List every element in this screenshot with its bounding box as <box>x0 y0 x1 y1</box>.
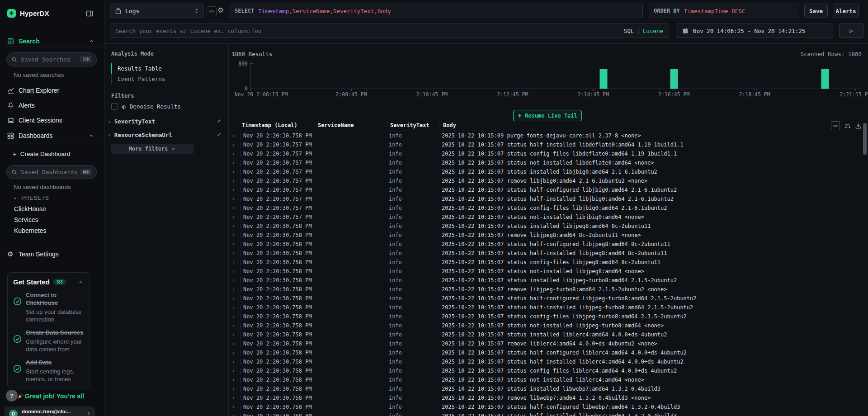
denoise-results-toggle[interactable]: ◐ Denoise Results <box>111 103 181 110</box>
column-header-severitytext[interactable]: SeverityText <box>390 122 429 128</box>
table-row[interactable]: ›Nov 20 2:20:30.757 PMinfo2025-10-22 10:… <box>230 185 862 194</box>
expand-row-icon[interactable]: › <box>230 259 238 265</box>
save-button[interactable]: Save <box>804 4 828 18</box>
expand-row-icon[interactable]: › <box>230 214 238 220</box>
column-config-icon[interactable]: <> <box>831 121 840 130</box>
expand-row-icon[interactable]: › <box>230 187 238 193</box>
analysis-mode-event-patterns[interactable]: Event Patterns <box>111 74 165 84</box>
wrap-lines-icon[interactable] <box>844 123 851 129</box>
expand-row-icon[interactable]: › <box>230 377 238 383</box>
user-menu[interactable]: D dominic.tran@clic... dominic.tran@clic… <box>5 407 95 416</box>
table-row[interactable]: ›Nov 20 2:20:30.757 PMinfo2025-10-22 10:… <box>230 213 862 222</box>
brand[interactable]: HyperDX <box>7 9 49 18</box>
create-dashboard-button[interactable]: + Create Dashboard <box>13 150 70 158</box>
chevron-up-icon[interactable] <box>89 38 94 44</box>
sql-mode-label[interactable]: SQL <box>624 28 634 34</box>
table-row[interactable]: ›Nov 20 2:20:30.758 PMinfo2025-10-22 10:… <box>230 393 862 402</box>
histogram-bar[interactable] <box>821 69 829 89</box>
table-row[interactable]: ›Nov 20 2:20:30.758 PMinfo2025-10-22 10:… <box>230 411 862 416</box>
filter-group-resourceschemaurl[interactable]: › ResourceSchemaUrl <box>108 129 222 140</box>
table-row[interactable]: ›Nov 20 2:20:30.757 PMinfo2025-10-22 10:… <box>230 140 862 149</box>
sidebar-item-team-settings[interactable]: ⚙ Team Settings <box>0 249 104 259</box>
table-row[interactable]: ›Nov 20 2:20:30.758 PMinfo2025-10-22 10:… <box>230 222 862 231</box>
expand-row-icon[interactable]: › <box>230 142 238 148</box>
expand-row-icon[interactable]: › <box>230 196 238 202</box>
presets-header[interactable]: PRESETS <box>13 195 49 201</box>
results-histogram[interactable]: Nov 20 2:06:15 PM2:08:45 PM2:10:45 PM2:1… <box>250 63 862 89</box>
chevron-up-icon[interactable] <box>89 133 94 138</box>
expand-row-icon[interactable]: › <box>230 331 238 338</box>
expand-row-icon[interactable]: › <box>230 313 238 320</box>
expand-row-icon[interactable]: › <box>230 132 238 139</box>
get-started-item[interactable]: Add DataStart sending logs, metrics, or … <box>13 359 84 383</box>
expand-row-icon[interactable]: › <box>230 178 238 184</box>
table-row[interactable]: ›Nov 20 2:20:30.758 PMinfo2025-10-22 10:… <box>230 384 862 393</box>
expand-row-icon[interactable]: › <box>230 322 238 329</box>
source-select[interactable]: Logs <box>110 4 203 18</box>
table-row[interactable]: ›Nov 20 2:20:30.758 PMinfo2025-10-22 10:… <box>230 258 862 267</box>
histogram-bar[interactable] <box>670 69 678 89</box>
order-by-input[interactable]: ORDER BY TimestampTime DESC <box>649 4 799 18</box>
denoise-checkbox[interactable] <box>111 103 118 110</box>
table-row[interactable]: ›Nov 20 2:20:30.758 PMinfo2025-10-22 10:… <box>230 366 862 375</box>
expand-row-icon[interactable]: › <box>230 286 238 293</box>
expand-row-icon[interactable]: › <box>230 304 238 311</box>
help-button[interactable]: ? <box>6 390 18 402</box>
column-header-body[interactable]: Body <box>443 122 456 128</box>
expand-row-icon[interactable]: › <box>230 223 238 229</box>
table-row[interactable]: ›Nov 20 2:20:30.758 PMinfo2025-10-22 10:… <box>230 267 862 276</box>
analysis-mode-results-table[interactable]: Results Table <box>111 63 165 74</box>
expand-row-icon[interactable]: › <box>230 241 238 247</box>
sql-editor-toggle-button[interactable]: <> <box>207 6 217 16</box>
download-icon[interactable] <box>855 123 862 129</box>
expand-row-icon[interactable]: › <box>230 359 238 365</box>
expand-row-icon[interactable]: › <box>230 232 238 238</box>
expand-row-icon[interactable]: › <box>230 151 238 157</box>
table-row[interactable]: ›Nov 20 2:20:30.758 PMinfo2025-10-22 10:… <box>230 276 862 285</box>
table-row[interactable]: ›Nov 20 2:20:30.758 PMinfo2025-10-22 10:… <box>230 240 862 249</box>
expand-row-icon[interactable]: › <box>230 250 238 256</box>
saved-searches-input[interactable]: Saved Searches ⌘K <box>6 52 97 66</box>
expand-row-icon[interactable]: › <box>230 169 238 175</box>
language-switch[interactable]: SQL|Lucene <box>624 28 663 34</box>
scrollbar-thumb[interactable] <box>863 123 867 155</box>
column-header-timestamp[interactable]: Timestamp (Local) <box>242 122 297 128</box>
table-row[interactable]: ›Nov 20 2:20:30.758 PMinfo2025-10-22 10:… <box>230 348 862 357</box>
expand-row-icon[interactable]: › <box>230 395 238 401</box>
column-header-servicename[interactable]: ServiceName <box>318 122 354 128</box>
expand-row-icon[interactable]: › <box>230 340 238 347</box>
run-query-button[interactable]: ▷ <box>839 24 863 38</box>
sidebar-item-chart-explorer[interactable]: Chart Explorer <box>0 85 104 95</box>
sidebar-item-dashboards[interactable]: Dashboards <box>0 131 104 141</box>
preset-clickhouse[interactable]: ClickHouse <box>0 203 104 214</box>
expand-row-icon[interactable]: › <box>230 350 238 356</box>
table-row[interactable]: ›Nov 20 2:20:30.758 PMinfo2025-10-22 10:… <box>230 357 862 366</box>
pin-icon[interactable] <box>216 132 222 137</box>
preset-services[interactable]: Services <box>0 214 104 225</box>
table-row[interactable]: ›Nov 20 2:20:30.758 PMinfo2025-10-22 10:… <box>230 402 862 411</box>
expand-row-icon[interactable]: › <box>230 268 238 274</box>
histogram-bar[interactable] <box>599 69 607 89</box>
source-settings-gear-icon[interactable]: ⚙ <box>217 6 224 14</box>
table-row[interactable]: ›Nov 20 2:20:30.757 PMinfo2025-10-22 10:… <box>230 194 862 203</box>
table-row[interactable]: ›Nov 20 2:20:30.758 PMinfo2025-10-22 10:… <box>230 303 862 312</box>
select-columns-input[interactable]: SELECT Timestamp ,ServiceName,SeverityTe… <box>230 4 643 18</box>
table-row[interactable]: ›Nov 20 2:20:30.757 PMinfo2025-10-22 10:… <box>230 176 862 185</box>
sidebar-item-search[interactable]: Search <box>0 36 104 46</box>
table-row[interactable]: ›Nov 20 2:20:30.757 PMinfo2025-10-22 10:… <box>230 203 862 213</box>
expand-row-icon[interactable]: › <box>230 413 238 416</box>
collapse-sidebar-icon[interactable] <box>86 10 93 17</box>
table-row[interactable]: ›Nov 20 2:20:30.758 PMinfo2025-10-22 10:… <box>230 131 862 140</box>
expand-row-icon[interactable]: › <box>230 295 238 302</box>
table-row[interactable]: ›Nov 20 2:20:30.758 PMinfo2025-10-22 10:… <box>230 321 862 330</box>
time-range-picker[interactable]: Nov 20 14:06:25 - Nov 20 14:21:25 <box>676 24 833 38</box>
column-resize-handle[interactable]: ⋮ <box>437 122 442 128</box>
lucene-mode-label[interactable]: Lucene <box>643 28 663 34</box>
table-row[interactable]: ›Nov 20 2:20:30.758 PMinfo2025-10-22 10:… <box>230 339 862 348</box>
table-row[interactable]: ›Nov 20 2:20:30.758 PMinfo2025-10-22 10:… <box>230 375 862 384</box>
expand-row-icon[interactable]: › <box>230 386 238 392</box>
get-started-item[interactable]: Connect to ClickHouseSet up your databas… <box>13 292 84 323</box>
expand-row-icon[interactable]: › <box>230 160 238 166</box>
alerts-button[interactable]: Alerts <box>833 4 859 18</box>
expand-row-icon[interactable]: › <box>230 205 238 211</box>
